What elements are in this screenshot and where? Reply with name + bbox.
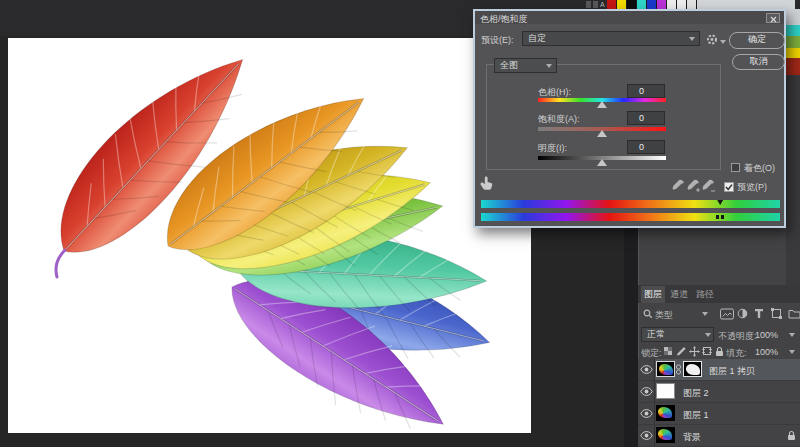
cancel-button[interactable]: 取消 <box>732 54 785 70</box>
thumbnail-art <box>658 407 672 418</box>
eye-icon <box>640 431 653 440</box>
eyedropper-button[interactable] <box>672 179 685 194</box>
swatch-block <box>786 9 800 25</box>
saturation-input[interactable]: 0 <box>627 111 665 125</box>
color-swatch[interactable] <box>607 0 617 9</box>
layer-name[interactable]: 图层 2 <box>683 387 709 400</box>
on-image-adjust-tool[interactable] <box>479 175 497 192</box>
swatches-panel-sliver <box>786 9 800 286</box>
hue-slider-marker[interactable] <box>597 101 607 108</box>
dialog-titlebar[interactable]: 色相/饱和度 <box>475 11 784 24</box>
color-swatch[interactable] <box>657 0 667 9</box>
close-button[interactable] <box>766 13 780 23</box>
layer-row-背景[interactable]: 背景 <box>638 425 800 446</box>
spectrum-marker[interactable] <box>716 215 719 219</box>
color-swatch[interactable] <box>627 0 637 9</box>
panel-tab-nub[interactable] <box>593 1 598 8</box>
layer-thumbnail[interactable] <box>656 427 675 443</box>
swatch-block <box>786 25 800 36</box>
chevron-down-icon[interactable] <box>789 333 795 340</box>
layer-list: 图层 1 拷贝图层 2图层 1背景 <box>638 359 800 447</box>
eyedropper-add-button[interactable] <box>687 179 700 194</box>
saturation-slider-marker[interactable] <box>597 130 607 137</box>
chevron-down-icon[interactable] <box>720 40 726 47</box>
visibility-toggle[interactable] <box>638 403 655 424</box>
eyedropper-subtract-button[interactable] <box>702 179 715 194</box>
layer-thumbnail[interactable] <box>656 405 675 421</box>
adjustment-filter-icon[interactable] <box>737 308 748 319</box>
channel-select[interactable]: 全图 <box>494 58 557 73</box>
panel-tabs: 图层通道路径 <box>638 285 800 303</box>
preview-checkbox[interactable] <box>724 182 734 192</box>
chevron-down-icon[interactable] <box>789 350 795 357</box>
layer-name[interactable]: 图层 1 拷贝 <box>709 365 755 378</box>
leaf-stem <box>56 250 65 277</box>
spectrum-marker[interactable] <box>717 200 723 205</box>
layer-row-图层 2[interactable]: 图层 2 <box>638 381 800 402</box>
layer-thumbnail[interactable] <box>656 383 675 399</box>
shape-filter-icon[interactable] <box>771 308 782 319</box>
opacity-label: 不透明度: <box>718 330 757 343</box>
chain-icon[interactable] <box>675 364 682 375</box>
spectrum-bar-top[interactable] <box>481 200 780 208</box>
lightness-input[interactable]: 0 <box>627 140 665 154</box>
lock-row: 锁定: 填充: 100% <box>638 344 800 360</box>
swatch-block <box>786 75 800 286</box>
color-swatch[interactable] <box>647 0 657 9</box>
visibility-toggle[interactable] <box>638 425 655 446</box>
visibility-toggle[interactable] <box>638 381 655 402</box>
brush-icon[interactable] <box>676 346 686 356</box>
swatch-block <box>786 36 800 48</box>
preview-label: 预览(P) <box>737 182 767 192</box>
checkerboard-icon[interactable] <box>663 346 673 356</box>
colorize-checkbox[interactable] <box>731 163 740 172</box>
opacity-value[interactable]: 100% <box>755 330 778 340</box>
lightness-slider-marker[interactable] <box>597 159 607 166</box>
layer-row-图层 1[interactable]: 图层 1 <box>638 403 800 424</box>
layer-mask-thumbnail[interactable] <box>683 361 702 377</box>
artboard-icon[interactable] <box>702 346 712 356</box>
hue-input[interactable]: 0 <box>627 84 665 98</box>
spectrum-marker[interactable] <box>721 215 724 219</box>
check-icon <box>725 183 733 191</box>
hue-label: 色相(H): <box>538 87 571 97</box>
filter-kind-label[interactable]: 类型 <box>655 309 673 322</box>
fill-value[interactable]: 100% <box>755 347 778 357</box>
pixel-filter-icon[interactable] <box>720 308 734 320</box>
color-swatch[interactable] <box>637 0 647 9</box>
color-swatch[interactable] <box>677 0 687 9</box>
colorize-label: 着色(O) <box>744 163 775 173</box>
swatch-block <box>786 58 800 75</box>
blend-mode-select[interactable]: 正常 <box>641 327 714 342</box>
mask-art <box>686 364 700 375</box>
layer-thumbnail[interactable] <box>656 361 675 377</box>
layer-name[interactable]: 图层 1 <box>683 409 709 422</box>
swatch-block <box>786 48 800 58</box>
panel-tab-nub[interactable] <box>586 1 591 8</box>
close-icon <box>770 16 777 23</box>
channel-value: 全图 <box>500 60 518 70</box>
preset-options-button[interactable] <box>705 33 719 46</box>
hue-row: 色相(H): 0 <box>475 84 784 110</box>
blend-mode-value: 正常 <box>647 329 665 339</box>
layer-row-图层 1 拷贝[interactable]: 图层 1 拷贝 <box>638 359 800 380</box>
tab-通道[interactable]: 通道 <box>667 286 691 303</box>
ok-button[interactable]: 确定 <box>729 32 785 49</box>
color-swatch[interactable] <box>687 0 697 9</box>
preset-select[interactable]: 自定 <box>522 31 700 46</box>
tab-图层[interactable]: 图层 <box>641 286 665 303</box>
visibility-toggle[interactable] <box>638 359 655 380</box>
chevron-down-icon[interactable] <box>702 312 708 319</box>
move-icon[interactable] <box>689 346 700 357</box>
folder-icon[interactable] <box>788 308 800 319</box>
color-swatch[interactable] <box>617 0 627 9</box>
swatches-strip: AN <box>558 0 800 9</box>
type-filter-icon[interactable] <box>754 308 764 319</box>
document-canvas[interactable] <box>8 38 531 433</box>
swatch-empty-strip <box>697 0 795 9</box>
tab-路径[interactable]: 路径 <box>693 286 717 303</box>
color-swatch[interactable] <box>667 0 677 9</box>
layer-name[interactable]: 背景 <box>683 431 701 444</box>
lock-icon[interactable] <box>715 346 724 357</box>
spectrum-bar-bottom[interactable] <box>481 213 780 221</box>
